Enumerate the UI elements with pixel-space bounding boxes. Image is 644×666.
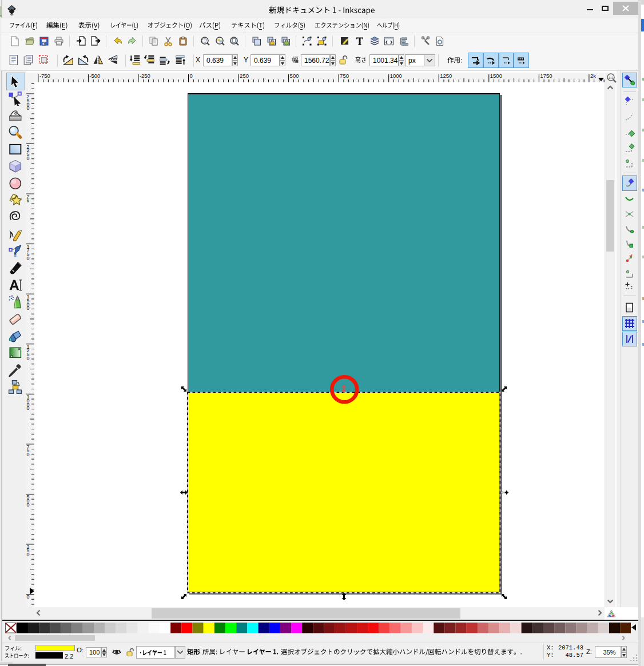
svg-text:1:1: 1:1 bbox=[609, 76, 614, 79]
